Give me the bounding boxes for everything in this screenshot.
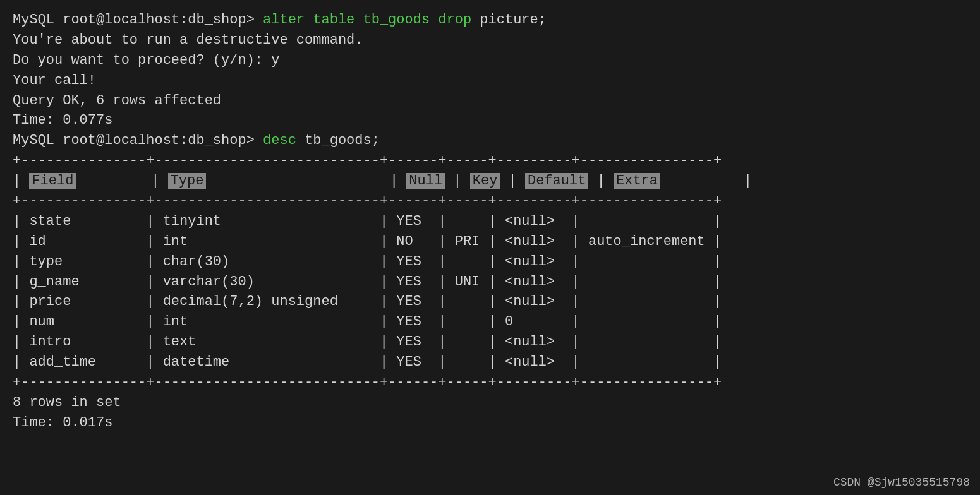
- cmd2-rest: tb_goods;: [296, 133, 380, 148]
- command-line-1: MySQL root@localhost:db_shop> alter tabl…: [13, 10, 967, 30]
- time-1: Time: 0.077s: [13, 110, 967, 131]
- table-row: | state | tinyint | YES | | <null> | |: [13, 212, 967, 232]
- table-border-bot: +---------------+-----------------------…: [13, 373, 967, 393]
- col-null-header: Null: [406, 173, 445, 189]
- table-rows: | state | tinyint | YES | | <null> | || …: [13, 212, 967, 373]
- rows-summary: 8 rows in set: [13, 393, 967, 413]
- table-row: | add_time | datetime | YES | | <null> |…: [13, 352, 967, 373]
- table-border-mid: +---------------+-----------------------…: [13, 191, 967, 212]
- cmd2-green: desc: [263, 133, 296, 148]
- table-row: | num | int | YES | | 0 | |: [13, 312, 967, 332]
- destructive-warning: You're about to run a destructive comman…: [13, 30, 967, 51]
- command-line-2: MySQL root@localhost:db_shop> desc tb_go…: [13, 131, 967, 151]
- table-row: | intro | text | YES | | <null> | |: [13, 332, 967, 352]
- table-row: | price | decimal(7,2) unsigned | YES | …: [13, 292, 967, 312]
- table-row: | id | int | NO | PRI | <null> | auto_in…: [13, 232, 967, 252]
- time-summary: Time: 0.017s: [13, 413, 967, 433]
- col-type-header: Type: [168, 173, 207, 189]
- col-default-header: Default: [525, 173, 588, 189]
- query-ok: Query OK, 6 rows affected: [13, 91, 967, 111]
- table-header: | Field | Type | Null | Key | Default | …: [13, 171, 967, 191]
- cmd1-rest: picture;: [471, 12, 547, 28]
- cmd1-green: alter table tb_goods: [263, 12, 430, 28]
- desc-table-wrapper: +---------------+-----------------------…: [13, 151, 967, 393]
- proceed-prompt: Do you want to proceed? (y/n): y: [13, 51, 967, 71]
- col-extra-header: Extra: [614, 173, 660, 189]
- table-row: | g_name | varchar(30) | YES | UNI | <nu…: [13, 272, 967, 292]
- prompt-1: MySQL root@localhost:db_shop>: [13, 12, 255, 28]
- terminal-container: MySQL root@localhost:db_shop> alter tabl…: [13, 10, 967, 433]
- table-border-top: +---------------+-----------------------…: [13, 151, 967, 171]
- col-key-header: Key: [470, 173, 500, 189]
- cmd1-drop: drop: [438, 12, 471, 28]
- watermark: CSDN @Sjw15035515798: [833, 476, 970, 489]
- col-field-header: Field: [29, 173, 76, 189]
- prompt-2: MySQL root@localhost:db_shop>: [13, 133, 255, 148]
- your-call: Your call!: [13, 71, 967, 91]
- table-row: | type | char(30) | YES | | <null> | |: [13, 252, 967, 272]
